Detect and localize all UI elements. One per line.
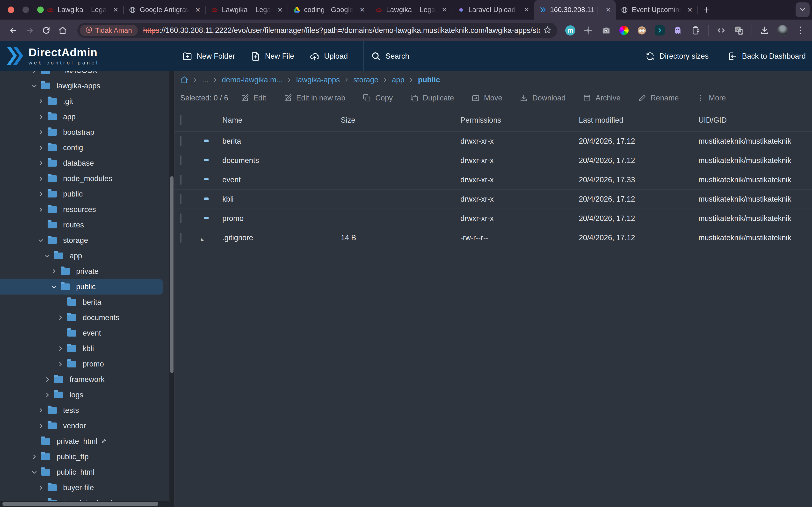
picker-icon[interactable] — [583, 25, 594, 36]
sidebar-vertical-scrollbar[interactable] — [169, 71, 174, 507]
tree-item-logs[interactable]: logs — [0, 387, 169, 403]
menu-dots-icon[interactable] — [795, 25, 806, 36]
row-checkbox[interactable] — [180, 175, 182, 185]
tree-item-kbli[interactable]: kbli — [0, 341, 169, 356]
chevron-right-icon[interactable] — [36, 97, 46, 106]
url-bar[interactable]: Tidak Aman https://160.30.208.11:2222/ev… — [77, 23, 557, 38]
chevron-right-icon[interactable] — [36, 205, 46, 214]
chevron-right-icon[interactable] — [36, 158, 46, 168]
scrollbar-thumb[interactable] — [2, 502, 158, 506]
chevron-down-icon[interactable] — [36, 236, 46, 245]
breadcrumb-item-app[interactable]: app — [392, 75, 405, 84]
copy-button[interactable]: Copy — [363, 94, 393, 102]
new-folder-button[interactable]: New Folder — [182, 51, 235, 61]
tree-item-database[interactable]: database — [0, 156, 169, 171]
row-checkbox[interactable] — [180, 194, 182, 204]
tree-item-event[interactable]: event — [0, 326, 169, 341]
tree-item-routes[interactable]: routes — [0, 217, 169, 233]
scrollbar-thumb[interactable] — [170, 176, 173, 373]
directadmin-logo[interactable]: DirectAdmin web control panel — [6, 41, 99, 71]
tab-lawgika-legal-bu[interactable]: Lawgika – Legal & Bu✕ — [370, 0, 452, 19]
reload-button[interactable] — [39, 23, 53, 38]
tree-item-public-html[interactable]: public_html — [0, 464, 169, 480]
chevron-down-icon[interactable] — [43, 251, 52, 261]
upload-button[interactable]: Upload — [310, 51, 348, 61]
search-button[interactable]: Search — [371, 51, 409, 61]
bookmark-star-icon[interactable] — [543, 26, 552, 35]
tree-item-private-html[interactable]: private_html — [0, 434, 169, 449]
downloads-icon[interactable] — [759, 25, 770, 36]
chevron-down-icon[interactable] — [30, 467, 39, 477]
tree-item-private[interactable]: private — [0, 264, 169, 279]
close-tab-icon[interactable]: ✕ — [276, 6, 284, 14]
back-to-dashboard-button[interactable]: Back to Dashboard — [727, 51, 806, 61]
chevron-right-icon[interactable] — [49, 267, 59, 276]
url-text[interactable]: https://160.30.208.11:2222/evo/user/file… — [143, 26, 540, 35]
tree-item-public-ftp[interactable]: public_ftp — [0, 449, 169, 464]
chevron-right-icon[interactable] — [56, 313, 65, 323]
tree-item-public[interactable]: public — [0, 186, 169, 202]
directory-sizes-button[interactable]: Directory sizes — [645, 51, 709, 61]
move-button[interactable]: Move — [471, 94, 502, 102]
tab-coding-google-driv[interactable]: coding - Google Driv✕ — [288, 0, 370, 19]
table-row-event[interactable]: eventdrwxr-xr-x20/4/2026, 17.33mustikate… — [174, 170, 812, 189]
camera-icon[interactable] — [601, 25, 611, 36]
close-tab-icon[interactable]: ✕ — [686, 6, 694, 14]
table-row--gitignore[interactable]: .gitignore14 B-rw-r--r--20/4/2026, 17.12… — [174, 228, 812, 247]
tree-item-config[interactable]: config — [0, 140, 169, 156]
tree-item-storage[interactable]: storage — [0, 233, 169, 248]
chevron-right-icon[interactable] — [43, 390, 52, 400]
chevron-right-icon[interactable] — [36, 143, 46, 153]
ghost-icon[interactable] — [672, 25, 683, 36]
tree-item-resources[interactable]: resources — [0, 202, 169, 217]
row-checkbox[interactable] — [180, 136, 182, 146]
security-badge[interactable]: Tidak Aman — [80, 24, 138, 36]
avatar-face-icon[interactable] — [637, 25, 647, 36]
forward-button[interactable] — [23, 23, 37, 38]
select-all-checkbox[interactable] — [180, 115, 182, 125]
back-button[interactable] — [6, 23, 20, 38]
close-tab-icon[interactable]: ✕ — [604, 6, 612, 14]
chevron-right-icon[interactable] — [36, 421, 46, 431]
chevron-right-icon[interactable] — [36, 406, 46, 415]
tree-item-app[interactable]: app — [0, 248, 169, 264]
tab-160-30-208-11-view[interactable]: 160.30.208.11 | View✕ — [534, 0, 616, 19]
tab-google-antigravity-a[interactable]: Google Antigravity A✕ — [124, 0, 205, 19]
edit-button[interactable]: Edit — [241, 94, 266, 102]
tree-item-app[interactable]: app — [0, 109, 169, 125]
new-file-button[interactable]: New File — [251, 51, 294, 61]
tree-item-buyer-file[interactable]: buyer-file — [0, 480, 169, 495]
chevron-right-icon[interactable] — [36, 174, 46, 183]
column-header-permissions[interactable]: Permissions — [460, 116, 579, 125]
profile-avatar-icon[interactable] — [777, 25, 788, 36]
download-button[interactable]: Download — [520, 94, 565, 102]
close-tab-icon[interactable]: ✕ — [194, 6, 202, 14]
sidebar-horizontal-scrollbar[interactable] — [0, 501, 169, 507]
duplicate-button[interactable]: Duplicate — [410, 94, 454, 102]
tab-lawgika-legal-bu[interactable]: Lawgika – Legal & Bu✕ — [42, 0, 123, 19]
breadcrumb-item-storage[interactable]: storage — [353, 75, 378, 84]
close-tab-icon[interactable]: ✕ — [523, 6, 530, 14]
clipboard-icon[interactable] — [690, 25, 701, 36]
translate-icon[interactable]: GA — [734, 25, 744, 36]
archive-button[interactable]: Archive — [583, 94, 620, 102]
chevron-right-icon[interactable] — [56, 359, 65, 369]
table-row-berita[interactable]: beritadrwxr-xr-x20/4/2026, 17.12mustikat… — [174, 131, 812, 151]
monica-icon[interactable]: m — [565, 25, 576, 36]
close-window-button[interactable] — [8, 6, 14, 13]
breadcrumb-home-icon[interactable] — [180, 75, 189, 84]
chevron-right-icon[interactable] — [30, 452, 39, 462]
breadcrumb-item--[interactable]: ... — [202, 75, 208, 84]
home-button[interactable] — [56, 23, 69, 38]
chevron-right-icon[interactable] — [36, 127, 46, 137]
tree-item-documents[interactable]: documents — [0, 310, 169, 326]
row-checkbox[interactable] — [180, 156, 182, 165]
close-tab-icon[interactable]: ✕ — [441, 6, 448, 14]
chevron-down-icon[interactable] — [30, 81, 39, 91]
tree-item-lawgika-apps[interactable]: lawgika-apps — [0, 78, 169, 94]
table-row-documents[interactable]: documentsdrwxr-xr-x20/4/2026, 17.12musti… — [174, 151, 812, 170]
chevron-down-icon[interactable] — [49, 282, 59, 292]
row-checkbox[interactable] — [180, 213, 182, 223]
tree-item-framework[interactable]: framework — [0, 372, 169, 387]
breadcrumb-item-lawgika-apps[interactable]: lawgika-apps — [296, 75, 340, 84]
